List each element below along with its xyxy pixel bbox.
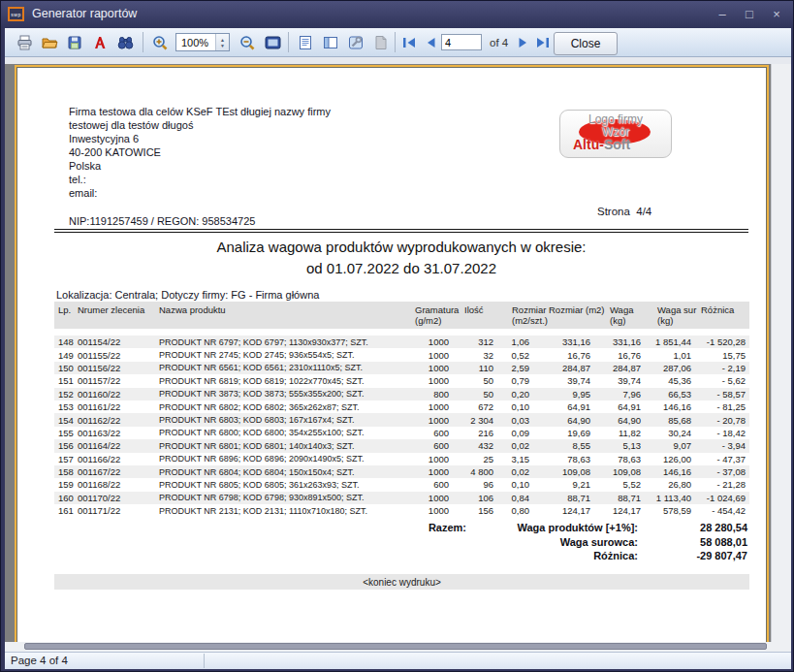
column-header-lp: Lp. bbox=[54, 302, 76, 329]
title-bar: swp Generator raportów – □ × bbox=[1, 1, 793, 28]
summary-row: Waga surowca:58 088,01 bbox=[418, 535, 747, 550]
table-cell-name: PRODUKT NR 6805; KOD 6805; 361x263x93; S… bbox=[157, 480, 411, 490]
table-cell-weight_raw: 126,00 bbox=[645, 454, 695, 464]
table-cell-size_m2: 9,95 bbox=[533, 389, 594, 400]
spinner-down-icon[interactable]: ▼ bbox=[220, 43, 225, 48]
open-button[interactable] bbox=[38, 31, 61, 54]
table-cell-lp: 149 bbox=[54, 350, 76, 361]
zoom-in-button[interactable] bbox=[148, 31, 172, 54]
first-page-button[interactable] bbox=[398, 31, 420, 54]
vertical-scrollbar[interactable] bbox=[771, 64, 791, 642]
summary-block: Razem:Waga produktów [+1%]:28 280,54Waga… bbox=[418, 521, 747, 563]
table-cell-gram: 1000 bbox=[411, 415, 453, 426]
table-cell-lp: 155 bbox=[54, 428, 76, 438]
table-cell-weight_raw: 66,53 bbox=[645, 389, 695, 400]
table-cell-order: 001157/22 bbox=[76, 375, 157, 386]
table-cell-lp: 160 bbox=[54, 493, 76, 503]
table-cell-size_m2: 39,74 bbox=[533, 375, 594, 386]
table-cell-weight: 7,96 bbox=[594, 389, 645, 400]
export-pdf-button[interactable] bbox=[88, 31, 111, 54]
table-cell-size_m2: 124,17 bbox=[533, 505, 594, 516]
horizontal-scrollbar[interactable] bbox=[5, 642, 791, 652]
table-cell-gram: 1000 bbox=[411, 466, 453, 477]
table-row: 154001162/22PRODUKT NR 6803; KOD 6803; 1… bbox=[54, 413, 749, 426]
table-cell-order: 001160/22 bbox=[76, 389, 157, 400]
table-body: 148001154/22PRODUKT NR 6797; KOD 6797; 1… bbox=[54, 336, 749, 517]
table-header-row: Lp.Nrumer zleceniaNazwa produktuGramatur… bbox=[54, 302, 749, 329]
horizontal-scrollbar-thumb[interactable] bbox=[24, 643, 767, 650]
print-button[interactable] bbox=[13, 31, 36, 54]
zoom-level-spinner[interactable]: 100% ▲▼ bbox=[175, 33, 230, 51]
window-title: Generator raportów bbox=[32, 7, 137, 20]
table-cell-weight: 331,16 bbox=[594, 336, 645, 347]
table-row: 149001155/22PRODUKT NR 2745; KOD 2745; 9… bbox=[54, 348, 749, 361]
fit-page-button[interactable] bbox=[261, 31, 284, 54]
toolbar-separator bbox=[143, 32, 143, 52]
table-cell-qty: 672 bbox=[453, 401, 497, 412]
page-number-input[interactable] bbox=[441, 34, 482, 50]
company-address-line: 40-200 KATOWICE bbox=[69, 145, 331, 159]
zoom-out-icon bbox=[239, 35, 256, 51]
binoculars-icon bbox=[117, 35, 134, 50]
table-cell-weight_raw: 9,07 bbox=[645, 440, 695, 451]
table-cell-diff: - 58,57 bbox=[695, 389, 749, 400]
save-button[interactable] bbox=[63, 31, 86, 54]
previous-page-button[interactable] bbox=[420, 31, 441, 54]
summary-row: Różnica:-29 807,47 bbox=[418, 549, 747, 563]
table-cell-order: 001163/22 bbox=[76, 428, 157, 438]
table-cell-gram: 600 bbox=[411, 428, 453, 438]
table-cell-size_m2: 109,08 bbox=[533, 466, 594, 477]
table-cell-diff: - 37,08 bbox=[695, 466, 749, 477]
table-cell-diff: - 21,28 bbox=[695, 479, 749, 490]
close-window-button[interactable]: × bbox=[768, 5, 785, 22]
app-window: swp Generator raportów – □ × 100% bbox=[0, 0, 794, 672]
nip-regon-line: NIP:1191257459 / REGON: 958534725 bbox=[69, 215, 255, 227]
page-number-label: Strona 4/4 bbox=[597, 206, 651, 217]
next-page-button[interactable] bbox=[513, 31, 534, 54]
report-table: Lp.Nrumer zleceniaNazwa produktuGramatur… bbox=[54, 302, 749, 517]
app-icon-text: swp bbox=[11, 12, 20, 17]
close-preview-button[interactable]: Close bbox=[554, 32, 618, 55]
report-title-line2: od 01.07.2022 do 31.07.2022 bbox=[54, 260, 748, 276]
last-page-button[interactable] bbox=[532, 31, 554, 54]
maximize-button[interactable]: □ bbox=[741, 5, 758, 22]
table-cell-name: PRODUKT NR 6819; KOD 6819; 1022x770x45; … bbox=[157, 376, 411, 386]
table-cell-name: PRODUKT NR 2745; KOD 2745; 936x554x5; SZ… bbox=[157, 350, 411, 360]
table-cell-lp: 153 bbox=[54, 401, 76, 412]
zoom-level-value: 100% bbox=[176, 37, 215, 48]
page-count-label: of 4 bbox=[490, 37, 508, 48]
company-address-line: Inwestycyjna 6 bbox=[69, 132, 331, 145]
table-cell-weight_raw: 45,36 bbox=[645, 375, 695, 386]
settings-button[interactable] bbox=[344, 31, 367, 54]
table-cell-size_m2: 8,55 bbox=[533, 440, 594, 451]
zoom-out-button[interactable] bbox=[236, 31, 259, 54]
zoom-in-icon bbox=[152, 35, 169, 51]
toolbar-separator bbox=[288, 32, 289, 52]
table-cell-size_m2: 284,87 bbox=[533, 363, 594, 373]
last-page-icon bbox=[536, 37, 550, 48]
summary-label: Waga produktów [+1%]: bbox=[466, 522, 638, 533]
status-bar: Page 4 of 4 bbox=[5, 652, 791, 669]
table-cell-name: PRODUKT NR 6804; KOD 6804; 150x150x4; SZ… bbox=[157, 467, 411, 477]
report-title-line1: Analiza wagowa produktów wyprodukowanych… bbox=[54, 239, 748, 255]
table-row: 155001163/22PRODUKT NR 6800; KOD 6800; 3… bbox=[54, 427, 749, 439]
table-cell-diff: 15,75 bbox=[695, 350, 749, 361]
column-header-weight: Waga(kg) bbox=[594, 302, 645, 329]
print-options-button[interactable] bbox=[294, 31, 317, 54]
table-cell-name: PRODUKT NR 6561; KOD 6561; 2310x1110x5; … bbox=[157, 363, 411, 372]
table-cell-size_m2: 78,63 bbox=[533, 454, 594, 464]
spinner-arrows[interactable]: ▲▼ bbox=[215, 34, 229, 50]
table-cell-name: PRODUKT NR 6802; KOD 6802; 365x262x87; S… bbox=[157, 402, 411, 412]
minimize-button[interactable]: – bbox=[714, 5, 731, 22]
table-cell-name: PRODUKT NR 6800; KOD 6800; 354x255x100; … bbox=[157, 428, 411, 437]
find-button[interactable] bbox=[113, 31, 137, 54]
document-lines-icon bbox=[298, 35, 313, 50]
thumbnails-panel-button[interactable] bbox=[319, 31, 342, 54]
table-cell-diff: -1 520,28 bbox=[695, 336, 749, 347]
table-cell-gram: 600 bbox=[411, 440, 453, 451]
table-cell-gram: 1000 bbox=[411, 336, 453, 347]
table-cell-weight: 5,52 bbox=[594, 479, 645, 490]
table-cell-size_m2: 9,21 bbox=[533, 479, 594, 490]
table-cell-name: PRODUKT NR 3873; KOD 3873; 555x355x200; … bbox=[157, 389, 411, 399]
table-cell-weight_raw: 287,06 bbox=[645, 363, 695, 373]
